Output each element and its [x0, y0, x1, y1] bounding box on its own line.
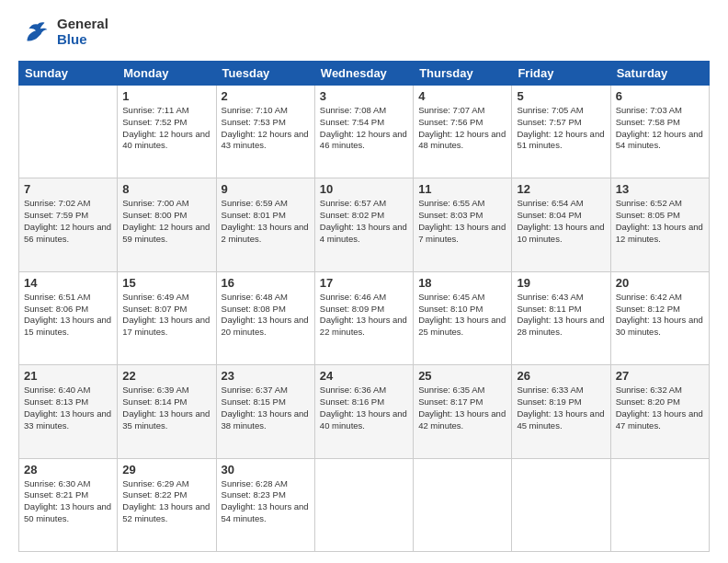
calendar-table: SundayMondayTuesdayWednesdayThursdayFrid…	[18, 61, 710, 552]
calendar-cell: 3Sunrise: 7:08 AMSunset: 7:54 PMDaylight…	[314, 86, 413, 178]
day-info: Sunrise: 7:02 AMSunset: 7:59 PMDaylight:…	[24, 198, 112, 245]
calendar-cell: 12Sunrise: 6:54 AMSunset: 8:04 PMDayligh…	[512, 178, 610, 271]
day-number: 12	[517, 182, 605, 196]
calendar-cell: 4Sunrise: 7:07 AMSunset: 7:56 PMDaylight…	[414, 86, 512, 178]
logo-general-text: General	[57, 17, 108, 32]
day-info: Sunrise: 6:57 AMSunset: 8:02 PMDaylight:…	[320, 198, 408, 245]
day-info: Sunrise: 6:45 AMSunset: 8:10 PMDaylight:…	[418, 292, 506, 339]
day-info: Sunrise: 6:48 AMSunset: 8:08 PMDaylight:…	[222, 292, 310, 339]
calendar-cell: 7Sunrise: 7:02 AMSunset: 7:59 PMDaylight…	[19, 178, 118, 271]
day-number: 7	[24, 182, 112, 196]
page: General Blue SundayMondayTuesdayWednesda…	[0, 0, 728, 563]
calendar-cell: 24Sunrise: 6:36 AMSunset: 8:16 PMDayligh…	[314, 365, 413, 458]
calendar-cell	[512, 458, 610, 551]
day-number: 30	[222, 463, 310, 477]
day-number: 3	[320, 89, 408, 103]
weekday-header-sunday: Sunday	[19, 62, 118, 86]
calendar-cell	[610, 458, 709, 551]
day-info: Sunrise: 6:32 AMSunset: 8:20 PMDaylight:…	[616, 385, 704, 431]
calendar-cell	[314, 458, 413, 551]
day-info: Sunrise: 7:10 AMSunset: 7:53 PMDaylight:…	[222, 105, 310, 152]
day-number: 18	[418, 276, 506, 290]
calendar-cell: 5Sunrise: 7:05 AMSunset: 7:57 PMDaylight…	[512, 86, 610, 178]
day-info: Sunrise: 6:30 AMSunset: 8:21 PMDaylight:…	[24, 478, 112, 525]
day-info: Sunrise: 6:59 AMSunset: 8:01 PMDaylight:…	[222, 198, 310, 245]
calendar-cell: 8Sunrise: 7:00 AMSunset: 8:00 PMDaylight…	[118, 178, 216, 271]
day-number: 23	[222, 369, 310, 383]
day-info: Sunrise: 6:36 AMSunset: 8:16 PMDaylight:…	[320, 385, 408, 431]
day-number: 24	[320, 369, 408, 383]
calendar-cell	[414, 458, 512, 551]
day-number: 22	[122, 369, 210, 383]
day-info: Sunrise: 7:08 AMSunset: 7:54 PMDaylight:…	[320, 105, 408, 152]
day-number: 13	[616, 182, 704, 196]
day-info: Sunrise: 6:55 AMSunset: 8:03 PMDaylight:…	[418, 198, 506, 245]
day-number: 6	[616, 89, 704, 103]
calendar-cell: 27Sunrise: 6:32 AMSunset: 8:20 PMDayligh…	[610, 365, 709, 458]
week-row-5: 28Sunrise: 6:30 AMSunset: 8:21 PMDayligh…	[19, 458, 710, 551]
day-info: Sunrise: 6:39 AMSunset: 8:14 PMDaylight:…	[122, 385, 210, 431]
weekday-header-friday: Friday	[512, 62, 610, 86]
day-info: Sunrise: 6:43 AMSunset: 8:11 PMDaylight:…	[517, 292, 605, 339]
calendar-cell: 28Sunrise: 6:30 AMSunset: 8:21 PMDayligh…	[19, 458, 118, 551]
calendar-cell: 11Sunrise: 6:55 AMSunset: 8:03 PMDayligh…	[414, 178, 512, 271]
calendar-cell: 22Sunrise: 6:39 AMSunset: 8:14 PMDayligh…	[118, 365, 216, 458]
week-row-1: 1Sunrise: 7:11 AMSunset: 7:52 PMDaylight…	[19, 86, 710, 178]
weekday-header-tuesday: Tuesday	[216, 62, 314, 86]
calendar-cell: 26Sunrise: 6:33 AMSunset: 8:19 PMDayligh…	[512, 365, 610, 458]
weekday-header-row: SundayMondayTuesdayWednesdayThursdayFrid…	[19, 62, 710, 86]
day-info: Sunrise: 6:33 AMSunset: 8:19 PMDaylight:…	[517, 385, 605, 431]
day-info: Sunrise: 6:42 AMSunset: 8:12 PMDaylight:…	[616, 292, 704, 339]
calendar-cell: 23Sunrise: 6:37 AMSunset: 8:15 PMDayligh…	[216, 365, 314, 458]
logo: General Blue	[18, 17, 108, 52]
calendar-cell: 16Sunrise: 6:48 AMSunset: 8:08 PMDayligh…	[216, 271, 314, 364]
day-info: Sunrise: 6:40 AMSunset: 8:13 PMDaylight:…	[24, 385, 112, 431]
calendar-cell: 25Sunrise: 6:35 AMSunset: 8:17 PMDayligh…	[414, 365, 512, 458]
calendar-cell: 19Sunrise: 6:43 AMSunset: 8:11 PMDayligh…	[512, 271, 610, 364]
day-info: Sunrise: 7:03 AMSunset: 7:58 PMDaylight:…	[616, 105, 704, 152]
day-info: Sunrise: 7:05 AMSunset: 7:57 PMDaylight:…	[517, 105, 605, 152]
day-number: 4	[418, 89, 506, 103]
calendar-cell: 6Sunrise: 7:03 AMSunset: 7:58 PMDaylight…	[610, 86, 709, 178]
day-info: Sunrise: 7:11 AMSunset: 7:52 PMDaylight:…	[122, 105, 210, 152]
day-number: 17	[320, 276, 408, 290]
day-info: Sunrise: 6:37 AMSunset: 8:15 PMDaylight:…	[222, 385, 310, 431]
week-row-4: 21Sunrise: 6:40 AMSunset: 8:13 PMDayligh…	[19, 365, 710, 458]
weekday-header-monday: Monday	[118, 62, 216, 86]
day-number: 15	[122, 276, 210, 290]
day-number: 10	[320, 182, 408, 196]
day-info: Sunrise: 6:54 AMSunset: 8:04 PMDaylight:…	[517, 198, 605, 245]
day-info: Sunrise: 6:49 AMSunset: 8:07 PMDaylight:…	[122, 292, 210, 339]
day-info: Sunrise: 7:00 AMSunset: 8:00 PMDaylight:…	[122, 198, 210, 245]
weekday-header-wednesday: Wednesday	[314, 62, 413, 86]
logo-icon	[18, 17, 53, 52]
day-number: 9	[222, 182, 310, 196]
day-number: 19	[517, 276, 605, 290]
calendar-cell	[19, 86, 118, 178]
week-row-3: 14Sunrise: 6:51 AMSunset: 8:06 PMDayligh…	[19, 271, 710, 364]
day-number: 26	[517, 369, 605, 383]
day-number: 1	[122, 89, 210, 103]
calendar-cell: 17Sunrise: 6:46 AMSunset: 8:09 PMDayligh…	[314, 271, 413, 364]
day-number: 20	[616, 276, 704, 290]
calendar-cell: 18Sunrise: 6:45 AMSunset: 8:10 PMDayligh…	[414, 271, 512, 364]
day-number: 14	[24, 276, 112, 290]
day-number: 25	[418, 369, 506, 383]
day-info: Sunrise: 6:35 AMSunset: 8:17 PMDaylight:…	[418, 385, 506, 431]
day-number: 11	[418, 182, 506, 196]
weekday-header-thursday: Thursday	[414, 62, 512, 86]
day-info: Sunrise: 6:51 AMSunset: 8:06 PMDaylight:…	[24, 292, 112, 339]
calendar-cell: 2Sunrise: 7:10 AMSunset: 7:53 PMDaylight…	[216, 86, 314, 178]
day-number: 5	[517, 89, 605, 103]
calendar-cell: 9Sunrise: 6:59 AMSunset: 8:01 PMDaylight…	[216, 178, 314, 271]
day-info: Sunrise: 7:07 AMSunset: 7:56 PMDaylight:…	[418, 105, 506, 152]
day-info: Sunrise: 6:29 AMSunset: 8:22 PMDaylight:…	[122, 478, 210, 525]
day-number: 16	[222, 276, 310, 290]
day-info: Sunrise: 6:46 AMSunset: 8:09 PMDaylight:…	[320, 292, 408, 339]
day-number: 2	[222, 89, 310, 103]
day-info: Sunrise: 6:28 AMSunset: 8:23 PMDaylight:…	[222, 478, 310, 525]
calendar-cell: 20Sunrise: 6:42 AMSunset: 8:12 PMDayligh…	[610, 271, 709, 364]
calendar-cell: 1Sunrise: 7:11 AMSunset: 7:52 PMDaylight…	[118, 86, 216, 178]
day-number: 27	[616, 369, 704, 383]
calendar-cell: 10Sunrise: 6:57 AMSunset: 8:02 PMDayligh…	[314, 178, 413, 271]
